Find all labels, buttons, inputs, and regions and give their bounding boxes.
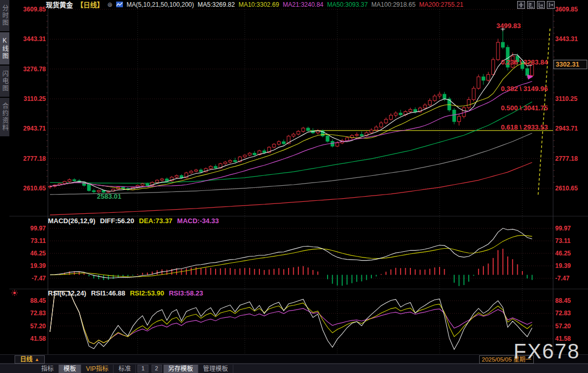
ma10-line — [50, 62, 532, 190]
fx678-watermark: FX678 — [514, 340, 580, 363]
low-price-label: 2583.01 — [97, 192, 121, 200]
ma100-value: MA100:2918.65 — [371, 1, 416, 8]
price-axis-label-left: 3110.25 — [23, 95, 46, 102]
tab-indicators[interactable]: 指标 — [36, 365, 59, 373]
period-tag: 【日线】 — [77, 0, 104, 9]
expand-icon[interactable]: ⊕ — [107, 1, 112, 8]
x-axis-scale-icon[interactable] — [537, 1, 545, 9]
current-price-value: 3302.31 — [556, 61, 579, 68]
sidebar-item-time-chart[interactable]: 分时图 — [0, 0, 9, 31]
macd-axis-label-left: 73.11 — [31, 237, 46, 245]
ma21-value: MA21:3240.84 — [283, 1, 323, 8]
left-sidebar: 分时图 K线图 闪电图 合约资料 — [0, 0, 9, 373]
fib-0500-label: 0.500 \ 3041.75 — [501, 104, 548, 112]
time-axis-bar: 日线 ▲ 2025/05/05 星期一 — [0, 354, 588, 364]
macd-dea-value: DEA:73.37 — [139, 217, 172, 225]
macd-diff-value: DIFF:56.20 — [100, 217, 134, 225]
price-axis-label-left: 3609.85 — [23, 6, 46, 13]
rsi-axis-label-left: 72.83 — [30, 310, 46, 317]
ma50-value: MA50:3093.37 — [327, 1, 368, 8]
macd-value: MACD:-34.33 — [177, 217, 219, 225]
rsi-title: RSI(6,12,24) — [48, 289, 86, 297]
price-axis-label-right: 2610.65 — [555, 185, 578, 192]
dashed-trend-line[interactable] — [538, 29, 550, 197]
macd-axis-label-left: 46.25 — [30, 250, 46, 257]
sidebar-item-kline-chart[interactable]: K线图 — [0, 32, 9, 65]
rsi-axis-label-right: 57.20 — [555, 323, 571, 330]
macd-axis-label-left: -7.47 — [32, 275, 46, 282]
period-arrow-icon: ▲ — [35, 357, 40, 362]
macd-header: MACD(26,12,9)DIFF:56.20DEA:73.37MACD:-34… — [48, 217, 223, 225]
chart-header: 现货黄金【日线】 ⊕ MA(5,10,21,50,100,200) MA5:32… — [46, 0, 464, 9]
ma200-value: MA200:2755.21 — [419, 1, 464, 8]
chart-toolbar-icons — [517, 1, 555, 9]
price-axis-label-right: 3609.85 — [555, 6, 578, 13]
macd-axis-label-right: 19.39 — [555, 262, 571, 269]
tab-slot-1[interactable]: 1 — [137, 365, 148, 372]
period-label: 日线 — [20, 356, 33, 363]
tab-slot-2[interactable]: 2 — [152, 365, 162, 372]
price-axis-label-left: 3443.31 — [23, 35, 46, 43]
export-chart-icon[interactable] — [547, 1, 555, 9]
price-axis-label-left: 2610.65 — [23, 185, 46, 192]
macd-axis-label-left: 19.39 — [30, 262, 46, 269]
macd-axis-label-right: 46.25 — [555, 250, 571, 257]
ma100-line — [50, 133, 532, 195]
rsi3-line — [50, 291, 532, 344]
tab-standard[interactable]: 标准 — [114, 365, 136, 373]
price-axis-label-left: 2943.71 — [23, 125, 46, 132]
tab-save-template[interactable]: 另存模板 — [164, 365, 198, 373]
candlestick-series — [48, 29, 534, 194]
high-price-label: 3499.83 — [496, 22, 521, 30]
price-axis-label-left: 2777.18 — [23, 155, 46, 162]
rsi2-line — [50, 291, 532, 344]
y-axis-scale-icon[interactable] — [527, 1, 535, 9]
fib-0236-label: 0.236 \ 3283.84 — [501, 58, 548, 66]
bottom-toolbar: 指标 模板 VIP指标 标准 1 2 另存模板 管理模板 — [0, 364, 588, 373]
macd-histogram — [50, 249, 532, 286]
tab-template[interactable]: 模板 — [59, 365, 81, 373]
ma-param-label: MA(5,10,21,50,100,200) — [127, 1, 194, 8]
fib-0382-label: 0.382 \ 3149.96 — [501, 85, 548, 93]
ma5-line — [50, 55, 532, 191]
rsi-axis-label-left: 41.58 — [30, 335, 46, 342]
macd-axis-label-left: 99.97 — [30, 225, 46, 232]
rsi-axis-label-right: 72.83 — [555, 310, 571, 317]
rsi-axis-label-left: 88.45 — [30, 297, 46, 304]
symbol-name: 现货黄金 — [46, 0, 73, 9]
ma10-value: MA10:3302.69 — [239, 1, 279, 8]
rsi1-line — [50, 291, 532, 350]
dea-line — [50, 235, 532, 277]
rsi-axis-label-right: 88.45 — [555, 297, 571, 304]
sidebar-item-lightning-chart[interactable]: 闪电图 — [0, 66, 9, 97]
price-axis-label-left: 3276.78 — [23, 66, 46, 73]
macd-axis-label-right: 99.97 — [555, 225, 571, 232]
tab-vip-indicators[interactable]: VIP指标 — [81, 365, 114, 373]
price-axis-label-right: 3110.25 — [555, 95, 578, 102]
ma5-value: MA5:3269.82 — [198, 1, 235, 8]
period-selector[interactable]: 日线 ▲ — [15, 355, 45, 364]
rsi3-value: RSI3:58.23 — [169, 289, 203, 297]
macd-title: MACD(26,12,9) — [48, 217, 95, 225]
fib-0618-label: 0.618 \ 2933.53 — [501, 123, 548, 131]
rsi-axis-label-left: 57.20 — [30, 323, 46, 330]
sidebar-item-contract-info[interactable]: 合约资料 — [0, 98, 9, 136]
macd-axis-label-right: -7.47 — [555, 275, 570, 282]
rsi-indicator-icon[interactable] — [11, 290, 18, 296]
tab-manage-template[interactable]: 管理模板 — [198, 365, 233, 373]
pan-tool-icon[interactable] — [517, 1, 525, 9]
price-axis-label-right: 3443.31 — [555, 35, 578, 43]
macd-axis-label-right: 73.11 — [555, 237, 571, 245]
rsi2-value: RSI2:53.90 — [130, 289, 164, 297]
ma21-line — [50, 81, 532, 187]
rsi1-value: RSI1:46.88 — [91, 289, 126, 297]
mini-chart-icon[interactable] — [116, 2, 123, 7]
price-axis-label-right: 2943.71 — [555, 125, 578, 132]
price-axis-label-right: 2777.18 — [555, 155, 578, 162]
rsi-header: RSI(6,12,24)RSI1:46.88RSI2:53.90RSI3:58.… — [48, 289, 208, 297]
